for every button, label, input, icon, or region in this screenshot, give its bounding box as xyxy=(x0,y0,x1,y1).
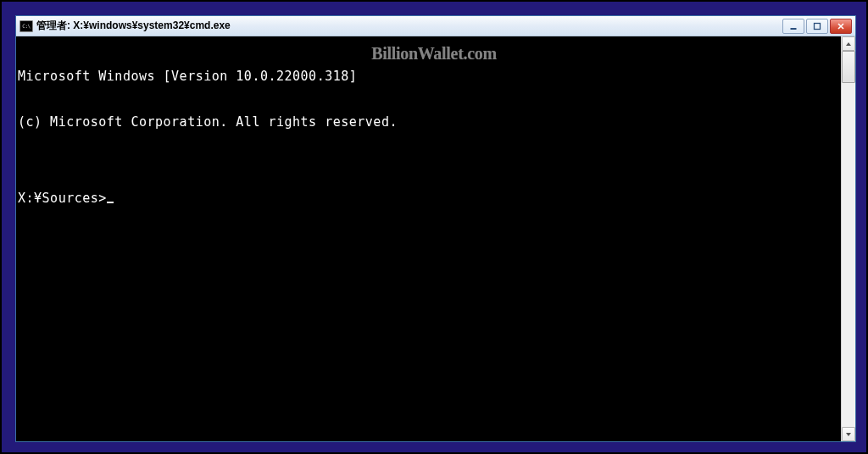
window-title: 管理者: X:¥windows¥system32¥cmd.exe xyxy=(36,19,779,33)
window-controls xyxy=(782,19,852,34)
scroll-down-button[interactable] xyxy=(842,427,855,441)
cmd-icon: C:\ xyxy=(19,20,33,32)
close-button[interactable] xyxy=(830,19,852,34)
minimize-button[interactable] xyxy=(782,19,804,34)
desktop-background: C:\ 管理者: X:¥windows¥system32¥cmd.exe xyxy=(0,0,868,454)
titlebar[interactable]: C:\ 管理者: X:¥windows¥system32¥cmd.exe xyxy=(16,16,855,36)
terminal-line: Microsoft Windows [Version 10.0.22000.31… xyxy=(18,69,841,84)
client-area: Microsoft Windows [Version 10.0.22000.31… xyxy=(16,36,855,441)
cmd-window: C:\ 管理者: X:¥windows¥system32¥cmd.exe xyxy=(15,15,856,442)
maximize-button[interactable] xyxy=(806,19,828,34)
triangle-up-icon xyxy=(845,41,852,47)
scrollbar-thumb[interactable] xyxy=(842,51,855,83)
svg-rect-0 xyxy=(791,28,797,30)
scroll-up-button[interactable] xyxy=(842,36,855,51)
vertical-scrollbar[interactable] xyxy=(841,36,855,441)
terminal-output[interactable]: Microsoft Windows [Version 10.0.22000.31… xyxy=(16,36,841,441)
svg-rect-1 xyxy=(815,23,821,29)
triangle-down-icon xyxy=(845,431,852,438)
scrollbar-track[interactable] xyxy=(842,51,855,427)
terminal-line: (c) Microsoft Corporation. All rights re… xyxy=(18,114,841,130)
minimize-icon xyxy=(789,22,798,30)
terminal-prompt-line: X:¥Sources> xyxy=(18,191,841,206)
terminal-prompt: X:¥Sources> xyxy=(18,191,107,206)
maximize-icon xyxy=(813,22,821,30)
close-icon xyxy=(837,22,845,30)
cmd-icon-glyph: C:\ xyxy=(22,24,30,29)
cursor xyxy=(107,202,114,203)
